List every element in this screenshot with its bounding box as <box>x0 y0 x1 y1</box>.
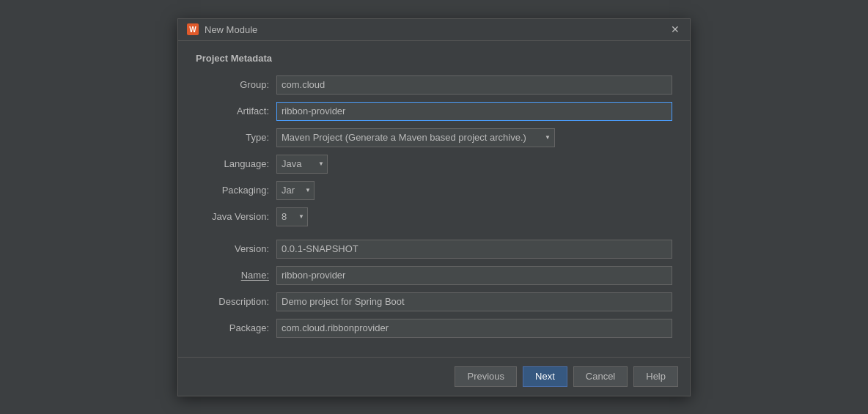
help-button[interactable]: Help <box>633 366 678 387</box>
dialog-footer: Previous Next Cancel Help <box>178 357 690 396</box>
section-title: Project Metadata <box>196 53 672 64</box>
version-input[interactable] <box>276 240 672 259</box>
java-version-select-wrapper: 8 11 17 <box>276 207 308 226</box>
description-row: Description: <box>196 292 672 311</box>
package-input[interactable] <box>276 319 672 338</box>
cancel-button[interactable]: Cancel <box>573 366 628 387</box>
java-version-row: Java Version: 8 11 17 <box>196 207 672 226</box>
type-select[interactable]: Maven Project (Generate a Maven based pr… <box>276 128 555 147</box>
title-bar-left: W New Module <box>187 23 257 35</box>
artifact-label: Artifact: <box>196 106 276 117</box>
package-row: Package: <box>196 319 672 338</box>
type-row: Type: Maven Project (Generate a Maven ba… <box>196 128 672 147</box>
dialog-title: New Module <box>205 24 257 35</box>
spacer <box>196 234 672 240</box>
group-input[interactable] <box>276 75 672 95</box>
name-label: Name: <box>196 270 276 281</box>
type-label: Type: <box>196 132 276 143</box>
new-module-dialog: W New Module ✕ Project Metadata Group: A… <box>177 18 691 396</box>
version-row: Version: <box>196 240 672 259</box>
artifact-input[interactable] <box>276 102 672 121</box>
description-label: Description: <box>196 296 276 307</box>
language-label: Language: <box>196 158 276 169</box>
title-bar: W New Module ✕ <box>178 19 690 41</box>
description-input[interactable] <box>276 292 672 311</box>
language-select[interactable]: Java Kotlin Groovy <box>276 155 328 174</box>
group-row: Group: <box>196 75 672 95</box>
type-select-wrapper: Maven Project (Generate a Maven based pr… <box>276 128 555 147</box>
previous-button[interactable]: Previous <box>455 366 517 387</box>
app-icon: W <box>187 23 199 35</box>
packaging-select-wrapper: Jar War <box>276 181 315 200</box>
packaging-row: Packaging: Jar War <box>196 181 672 200</box>
artifact-row: Artifact: <box>196 102 672 121</box>
next-button[interactable]: Next <box>523 366 567 387</box>
close-button[interactable]: ✕ <box>669 23 681 35</box>
name-row: Name: <box>196 266 672 285</box>
java-version-label: Java Version: <box>196 211 276 222</box>
package-label: Package: <box>196 322 276 333</box>
language-row: Language: Java Kotlin Groovy <box>196 155 672 174</box>
group-label: Group: <box>196 79 276 90</box>
java-version-select[interactable]: 8 11 17 <box>276 207 308 226</box>
version-label: Version: <box>196 243 276 254</box>
packaging-select[interactable]: Jar War <box>276 181 315 200</box>
name-input[interactable] <box>276 266 672 285</box>
packaging-label: Packaging: <box>196 185 276 196</box>
language-select-wrapper: Java Kotlin Groovy <box>276 155 328 174</box>
dialog-body: Project Metadata Group: Artifact: Type: … <box>178 41 690 357</box>
